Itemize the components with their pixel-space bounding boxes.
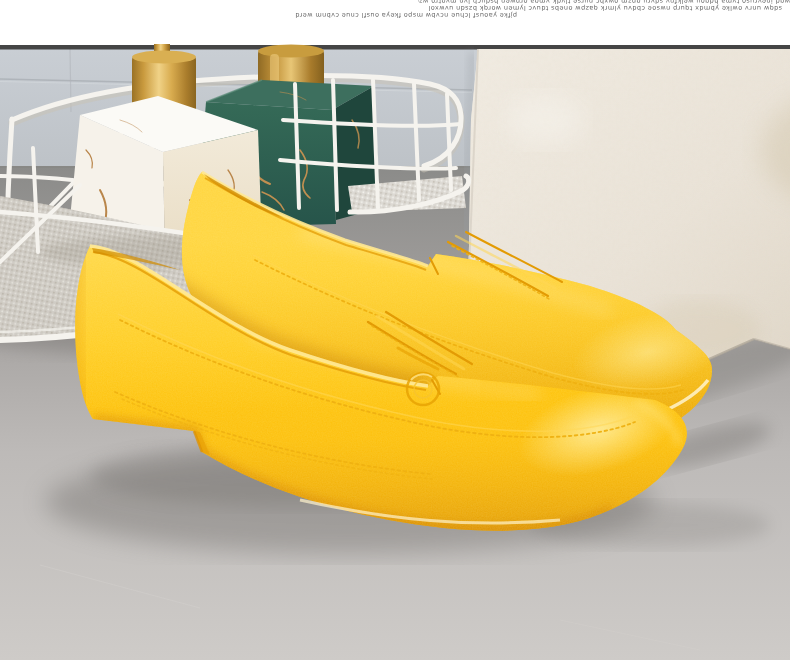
watermark-text-line: sdqw unrv owlke ybmdx tqurp nwsoe cbdvu … — [428, 4, 782, 11]
watermark-text-line: pjfke yaousf lchue ncvbw mspo fkeya ousf… — [243, 11, 569, 18]
white-bottle-cap-top — [132, 51, 196, 64]
green-bottle-cap-top — [258, 45, 324, 58]
product-photo: wqd jnevruso tyma bdqou welkfnv sdyru qp… — [0, 0, 790, 660]
box-stain — [505, 94, 585, 146]
divider-line — [0, 45, 790, 50]
